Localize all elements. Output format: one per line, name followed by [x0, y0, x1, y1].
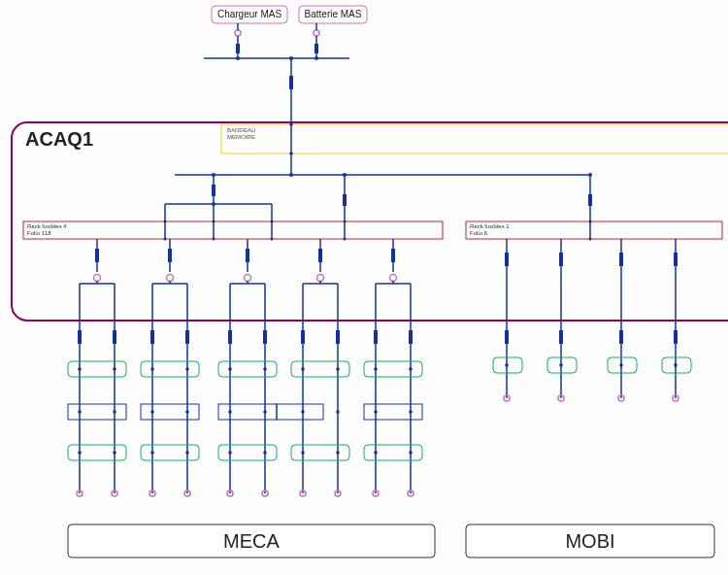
- svg-rect-115: [291, 361, 349, 377]
- svg-point-61: [78, 451, 82, 455]
- memory-line1: BANDEAU: [227, 127, 255, 133]
- svg-point-99: [263, 367, 267, 371]
- svg-point-142: [374, 451, 378, 455]
- svg-point-118: [301, 367, 305, 371]
- svg-point-98: [228, 367, 232, 371]
- svg-point-41: [344, 220, 347, 223]
- svg-point-38: [213, 238, 215, 241]
- svg-point-108: [317, 275, 324, 282]
- svg-point-122: [301, 451, 305, 455]
- svg-point-29: [343, 173, 347, 177]
- svg-point-100: [228, 410, 232, 414]
- svg-point-18: [212, 173, 215, 177]
- svg-point-150: [505, 363, 509, 367]
- svg-rect-55: [68, 404, 126, 420]
- svg-point-44: [589, 238, 592, 241]
- svg-point-8: [314, 56, 318, 60]
- svg-point-120: [301, 410, 305, 414]
- block-memory: [221, 124, 728, 153]
- svg-point-80: [185, 410, 189, 414]
- rack-entries: [164, 220, 592, 241]
- svg-rect-74: [141, 361, 199, 377]
- svg-point-78: [185, 367, 189, 371]
- svg-point-139: [409, 367, 413, 371]
- svg-rect-97: [218, 445, 277, 460]
- svg-rect-135: [364, 361, 422, 377]
- svg-rect-56: [68, 445, 126, 460]
- rack-right-title: Rack fusibles 1: [470, 223, 510, 229]
- svg-point-12: [289, 122, 293, 126]
- svg-point-156: [559, 363, 563, 367]
- svg-rect-54: [68, 361, 126, 377]
- svg-point-40: [271, 238, 274, 241]
- svg-point-77: [150, 367, 154, 371]
- block-battery-label: Batterie MAS: [305, 9, 362, 19]
- svg-point-81: [150, 451, 154, 455]
- svg-point-79: [150, 410, 154, 414]
- svg-point-143: [409, 451, 413, 455]
- rack-right-sub: Folio 6: [470, 230, 488, 236]
- svg-rect-75: [141, 404, 199, 420]
- svg-rect-137: [364, 445, 422, 460]
- svg-point-39: [271, 220, 274, 223]
- svg-rect-95: [218, 404, 277, 420]
- power-distribution-diagram: Chargeur MAS Batterie MAS ACAQ1 BANDEAU …: [0, 0, 728, 575]
- svg-rect-136: [364, 404, 422, 420]
- svg-point-62: [113, 451, 116, 455]
- meca-columns: [68, 239, 422, 496]
- svg-point-47: [94, 275, 101, 282]
- svg-rect-117: [291, 445, 349, 460]
- block-charger-label: Chargeur MAS: [217, 9, 281, 19]
- svg-point-13: [289, 152, 293, 155]
- svg-rect-96: [277, 404, 323, 420]
- svg-point-121: [336, 410, 340, 414]
- svg-point-103: [263, 451, 267, 455]
- svg-point-7: [236, 56, 240, 60]
- svg-point-36: [164, 238, 167, 241]
- svg-point-82: [185, 451, 189, 455]
- svg-point-140: [374, 410, 378, 414]
- svg-rect-76: [141, 445, 199, 460]
- svg-point-101: [263, 410, 267, 414]
- svg-point-128: [390, 275, 397, 282]
- svg-point-168: [674, 363, 678, 367]
- svg-point-141: [409, 410, 413, 414]
- svg-point-138: [374, 367, 378, 371]
- svg-point-26: [588, 173, 592, 177]
- terminal-icon: [235, 30, 241, 36]
- rack-left-sub: Folio 118: [27, 230, 51, 236]
- svg-point-162: [619, 363, 623, 367]
- svg-point-37: [213, 220, 215, 223]
- rack-left: [23, 221, 443, 239]
- terminal-icon: [314, 30, 319, 36]
- svg-point-35: [164, 220, 167, 223]
- svg-rect-94: [218, 361, 277, 377]
- container-title: ACAQ1: [25, 128, 93, 150]
- svg-point-123: [336, 451, 340, 455]
- svg-point-10: [289, 56, 293, 60]
- svg-point-43: [589, 220, 592, 223]
- svg-point-67: [167, 275, 174, 282]
- svg-point-57: [78, 367, 82, 371]
- svg-point-42: [344, 238, 347, 241]
- memory-line2: MEMOIRE: [227, 134, 255, 140]
- svg-point-15: [289, 173, 293, 177]
- footer-mobi-label: MOBI: [565, 530, 614, 552]
- svg-point-102: [228, 451, 232, 455]
- svg-point-87: [245, 275, 251, 282]
- svg-point-60: [113, 410, 116, 414]
- svg-point-59: [78, 410, 82, 414]
- rack-left-title: Rack fusibles 4: [27, 223, 67, 229]
- footer-meca-label: MECA: [223, 530, 280, 552]
- svg-point-119: [336, 367, 340, 371]
- svg-point-58: [113, 367, 116, 371]
